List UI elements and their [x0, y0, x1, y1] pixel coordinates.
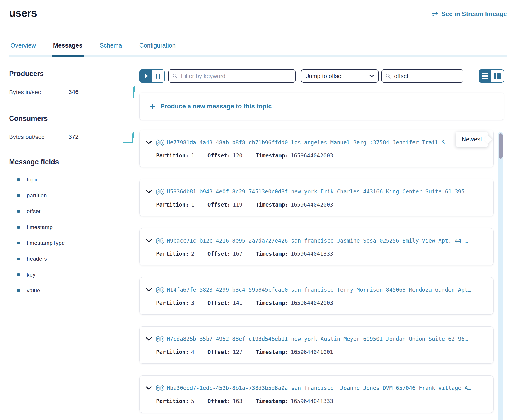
field-item-value[interactable]: value	[17, 283, 139, 299]
stream-lineage-label: See in Stream lineage	[441, 10, 507, 18]
message-key-text: H14fa67fe-5823-4299-b3c4-595845cfcae0 sa…	[167, 287, 471, 293]
bytes-out-value: 372	[69, 134, 79, 141]
expand-chevron-icon[interactable]	[146, 337, 152, 341]
message-key-text: H9bacc71c-b12c-4216-8e95-2a7da727e426 sa…	[167, 238, 468, 244]
expand-chevron-icon[interactable]	[146, 190, 152, 194]
partition-label: Partition:	[156, 202, 189, 208]
key-glyph-icon	[156, 188, 164, 195]
tab-overview[interactable]: Overview	[9, 42, 37, 55]
partition-label: Partition:	[156, 300, 189, 306]
message-summary: H7cda825b-35b7-4952-88ef-c193d546eb11 ne…	[146, 335, 487, 343]
message-list: He77981da-4a43-48ab-b8f8-cb71b96ffdd0 lo…	[139, 130, 493, 413]
field-label: headers	[27, 256, 47, 262]
list-view-button[interactable]	[479, 70, 491, 82]
consumers-metric-row: Bytes out/sec 372	[9, 131, 139, 143]
offset-label: Offset:	[208, 152, 230, 159]
consumers-heading: Consumers	[9, 114, 139, 123]
messages-panel: Jump to offset	[139, 69, 504, 413]
play-button[interactable]	[140, 70, 152, 82]
tab-schema[interactable]: Schema	[98, 42, 123, 55]
content-area: Producers Bytes in/sec 346 Consumers Byt…	[0, 69, 516, 413]
message-list-scrollbar[interactable]	[498, 132, 503, 420]
field-item-headers[interactable]: headers	[17, 251, 139, 267]
expand-chevron-icon[interactable]	[146, 141, 152, 144]
message-summary: H9bacc71c-b12c-4216-8e95-2a7da727e426 sa…	[146, 237, 487, 245]
offset-value: 141	[233, 300, 242, 306]
expand-chevron-icon[interactable]	[146, 386, 152, 390]
square-bullet-icon	[17, 289, 20, 292]
messages-toolbar: Jump to offset	[139, 69, 504, 82]
message-row[interactable]: H7cda825b-35b7-4952-88ef-c193d546eb11 ne…	[139, 326, 493, 364]
offset-label: Offset:	[208, 398, 230, 404]
message-row[interactable]: He77981da-4a43-48ab-b8f8-cb71b96ffdd0 lo…	[139, 130, 493, 167]
field-label: offset	[27, 208, 40, 215]
message-meta: Partition:1 Offset:119 Timestamp:1659644…	[156, 202, 487, 208]
pause-button[interactable]	[152, 70, 164, 82]
field-label: timestamp	[27, 224, 53, 230]
sidebar: Producers Bytes in/sec 346 Consumers Byt…	[9, 69, 139, 413]
message-key-text: H7cda825b-35b7-4952-88ef-c193d546eb11 ne…	[167, 336, 468, 342]
offset-search-input[interactable]	[394, 73, 459, 80]
message-row[interactable]: H9bacc71c-b12c-4216-8e95-2a7da727e426 sa…	[139, 228, 493, 265]
offset-value: 119	[233, 202, 242, 208]
tab-messages[interactable]: Messages	[52, 42, 84, 57]
scrollbar-thumb[interactable]	[499, 133, 503, 159]
field-item-timestampType[interactable]: timestampType	[17, 235, 139, 251]
partition-value: 4	[191, 349, 194, 355]
jump-to-offset-value: Jump to offset	[301, 70, 365, 82]
keyword-filter-input[interactable]	[181, 73, 292, 80]
field-item-offset[interactable]: offset	[17, 203, 139, 219]
square-bullet-icon	[17, 257, 20, 260]
offset-label: Offset:	[208, 300, 230, 306]
message-row[interactable]: H14fa67fe-5823-4299-b3c4-595845cfcae0 sa…	[139, 277, 493, 315]
partition-label: Partition:	[156, 251, 189, 257]
timestamp-label: Timestamp:	[255, 398, 288, 404]
tab-configuration[interactable]: Configuration	[138, 42, 177, 55]
partition-label: Partition:	[156, 152, 189, 159]
key-glyph-icon	[156, 385, 164, 391]
key-glyph-icon	[156, 336, 164, 342]
message-fields-heading: Message fields	[9, 158, 139, 166]
live-mode-toggle	[139, 69, 165, 82]
field-label: key	[27, 271, 36, 278]
message-meta: Partition:5 Offset:163 Timestamp:1659644…	[156, 398, 487, 404]
offset-value: 163	[233, 398, 242, 404]
partition-value: 5	[191, 398, 194, 404]
message-summary: He77981da-4a43-48ab-b8f8-cb71b96ffdd0 lo…	[146, 139, 487, 146]
page-header: users See in Stream lineage	[0, 0, 516, 19]
search-icon	[172, 73, 178, 79]
newest-tooltip: Newest	[456, 132, 488, 147]
producers-heading: Producers	[9, 69, 139, 78]
message-row[interactable]: Hba30eed7-1edc-452b-8b1a-738d3b5d8a9a sa…	[139, 375, 493, 413]
see-in-stream-lineage-link[interactable]: See in Stream lineage	[431, 10, 507, 18]
field-item-timestamp[interactable]: timestamp	[17, 219, 139, 235]
message-row[interactable]: H5936db81-b943-4e0f-8c29-74513e0c0d8f ne…	[139, 179, 493, 216]
field-item-partition[interactable]: partition	[17, 188, 139, 203]
view-mode-toggle	[479, 69, 504, 82]
field-item-key[interactable]: key	[17, 267, 139, 283]
square-bullet-icon	[17, 210, 20, 213]
field-item-topic[interactable]: topic	[17, 172, 139, 188]
message-summary: H14fa67fe-5823-4299-b3c4-595845cfcae0 sa…	[146, 286, 487, 294]
bytes-out-sparkline	[123, 131, 137, 143]
topic-messages-page: users See in Stream lineage Overview Mes…	[0, 0, 516, 420]
produce-message-button[interactable]: Produce a new message to this topic	[139, 93, 504, 120]
bytes-out-label: Bytes out/sec	[9, 134, 69, 141]
card-view-icon	[494, 73, 501, 79]
message-meta: Partition:2 Offset:167 Timestamp:1659644…	[156, 251, 487, 257]
square-bullet-icon	[17, 273, 20, 276]
message-summary: Hba30eed7-1edc-452b-8b1a-738d3b5d8a9a sa…	[146, 384, 487, 392]
card-view-button[interactable]	[491, 70, 504, 82]
newest-tooltip-label: Newest	[462, 136, 482, 143]
produce-message-label: Produce a new message to this topic	[160, 103, 272, 110]
jump-to-offset-select[interactable]: Jump to offset	[301, 69, 378, 82]
stream-lineage-icon	[431, 11, 439, 17]
bytes-in-sparkline	[123, 86, 137, 98]
expand-chevron-icon[interactable]	[146, 288, 152, 292]
page-title: users	[9, 7, 37, 19]
timestamp-label: Timestamp:	[255, 349, 288, 355]
expand-chevron-icon[interactable]	[146, 239, 152, 243]
message-key-text: H5936db81-b943-4e0f-8c29-74513e0c0d8f ne…	[167, 188, 468, 195]
message-meta: Partition:1 Offset:120 Timestamp:1659644…	[156, 152, 487, 159]
square-bullet-icon	[17, 194, 20, 197]
